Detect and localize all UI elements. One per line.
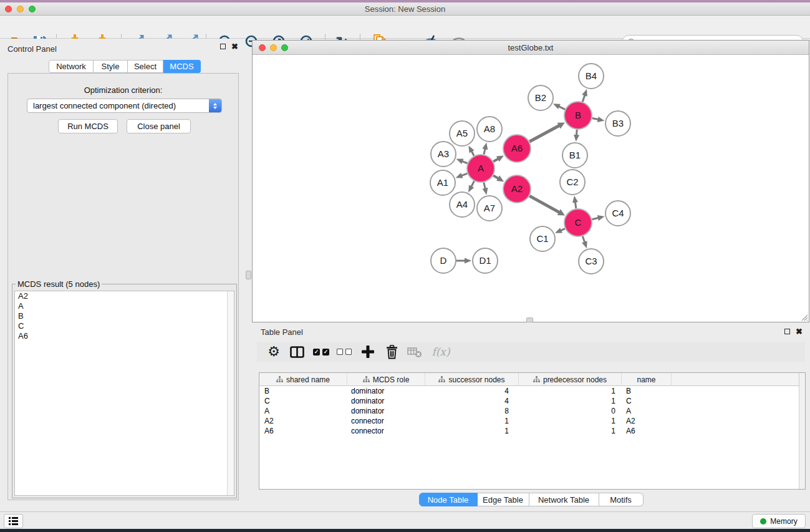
graph-node-label: D [440,255,447,266]
table-cell: 8 [425,406,519,416]
result-list-item[interactable]: A6 [15,331,234,341]
desktop-background-bottom [0,529,810,532]
main-toolbar: ↻ ⌂⌂ [0,16,810,39]
unchecked-boxes-icon [337,349,352,355]
table-header-row: shared nameMCDS rolesuccessor nodesprede… [259,373,805,386]
run-mcds-button[interactable]: Run MCDS [58,119,118,133]
table-row[interactable]: Adominator80A [259,406,805,416]
graph-node-label: C3 [585,256,597,266]
application-window: Session: New Session [0,0,810,532]
edge-A6-B[interactable] [529,125,560,142]
table-cell: A [622,406,672,416]
control-panel-tabs: NetworkStyleSelectMCDS [49,60,201,73]
graph-node-label: C4 [612,208,624,218]
plus-icon [361,345,375,359]
column-header-filler [672,373,805,386]
graph-node-label: B3 [612,118,624,128]
delete-table-button[interactable] [404,342,425,362]
function-builder-button[interactable]: f(x) [428,342,454,362]
tab-mcds[interactable]: MCDS [163,60,201,73]
table-settings-button[interactable]: ⚙ [263,342,284,362]
graph-node-label: B4 [586,70,597,81]
network-window-title: testGlobe.txt [253,43,809,52]
memory-button[interactable]: Memory [752,514,806,528]
edge-A2-C[interactable] [529,196,560,213]
attribute-tree-icon [276,376,283,383]
tab-select[interactable]: Select [128,60,163,73]
criterion-dropdown-value: largest connected component (directed) [27,101,209,110]
tab-motifs[interactable]: Motifs [599,493,644,506]
table-cell: 0 [519,406,622,416]
network-view-window: testGlobe.txt AA1A2A3A4A5A6A7A8BB1B2B3B4… [252,40,809,322]
select-all-button[interactable]: ✓✓ [311,342,332,362]
resize-grip-icon[interactable] [799,312,808,321]
table-cell: 1 [519,426,622,436]
add-column-button[interactable] [357,342,378,362]
criterion-dropdown[interactable]: largest connected component (directed) [27,99,222,113]
close-table-panel-icon[interactable]: ✖ [796,329,803,334]
table-scrollbar[interactable] [799,373,805,489]
tab-style[interactable]: Style [94,60,128,73]
result-list-item[interactable]: A [15,301,234,311]
table-panel-title: Table Panel [261,327,303,337]
column-header-MCDS-role[interactable]: MCDS role [347,373,425,386]
task-history-button[interactable] [4,514,23,528]
mcds-result-list[interactable]: A2ABCA6 [14,291,234,496]
table-row[interactable]: A6connector11A6 [259,426,805,436]
vertical-split-handle[interactable] [246,271,251,279]
node-table: shared nameMCDS rolesuccessor nodesprede… [259,372,806,490]
table-row[interactable]: Cdominator41C [259,396,805,406]
graph-node-label: A5 [456,128,468,138]
column-header-successor-nodes[interactable]: successor nodes [425,373,519,386]
mcds-result-group: MCDS result (5 nodes) A2ABCA6 [12,284,237,498]
edge-arrowhead [572,196,578,203]
edge-arrowhead [582,241,587,248]
table-cell: A [259,406,347,416]
control-panel-title: Control Panel [7,44,57,54]
result-list-item[interactable]: C [15,321,234,331]
edge-arrowhead [597,215,605,221]
graph-node-label: A7 [484,203,495,213]
edge-arrowhead [582,89,587,97]
close-panel-button[interactable]: Close panel [127,119,191,133]
tab-edge-table[interactable]: Edge Table [478,493,529,506]
delete-table-icon [407,346,422,358]
window-title: Session: New Session [0,4,810,14]
table-cell: 1 [425,416,519,426]
edge-arrowhead [574,135,579,142]
network-window-titlebar[interactable]: testGlobe.txt [253,41,809,55]
table-cell: 4 [425,386,519,396]
graph-node-label: C2 [566,177,578,187]
table-cell: connector [347,426,425,436]
tab-node-table[interactable]: Node Table [419,493,478,506]
graph-node-label: B2 [535,92,546,103]
close-panel-icon[interactable]: ✖ [231,44,238,49]
tab-network[interactable]: Network [49,60,94,73]
table-panel: Table Panel ✖ ⚙ ✓✓ [252,322,810,511]
table-body: Bdominator41BCdominator41CAdominator80AA… [259,386,805,436]
attribute-tree-icon [438,376,445,383]
deselect-all-button[interactable] [334,342,355,362]
delete-columns-button[interactable] [381,342,402,362]
table-row[interactable]: Bdominator41B [259,386,805,396]
float-panel-icon[interactable] [220,44,226,49]
edge-arrowhead [456,173,463,178]
float-table-panel-icon[interactable] [784,329,790,334]
column-header-name[interactable]: name [622,373,672,386]
show-column-panel-button[interactable] [286,342,307,362]
horizontal-split-handle[interactable] [526,317,533,322]
dropdown-stepper-icon [209,99,221,112]
control-panel: Control Panel ✖ NetworkStyleSelectMCDS O… [0,39,243,511]
attribute-tree-icon [363,376,370,383]
result-list-item[interactable]: A2 [15,291,234,301]
table-cell: 4 [425,396,519,406]
table-row[interactable]: A2connector11A2 [259,416,805,426]
result-list-scrollbar[interactable] [227,291,234,495]
network-canvas[interactable]: AA1A2A3A4A5A6A7A8BB1B2B3B4CC1C2C3C4DD1 [253,55,809,322]
column-header-shared-name[interactable]: shared name [259,373,347,386]
result-list-item[interactable]: B [15,311,234,321]
main-titlebar: Session: New Session [0,2,810,16]
tab-network-table[interactable]: Network Table [529,493,599,506]
edge-arrowhead [465,258,471,263]
column-header-predecessor-nodes[interactable]: predecessor nodes [519,373,622,386]
